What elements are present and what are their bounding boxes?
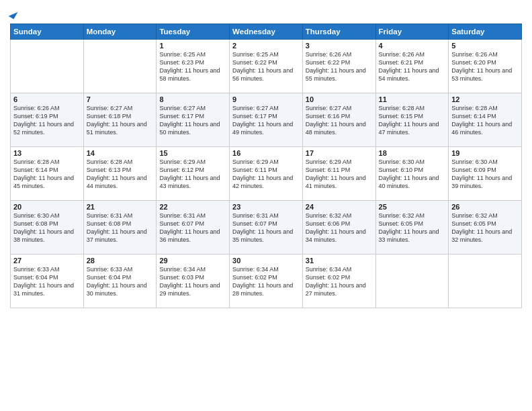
calendar-header-wednesday: Wednesday (230, 24, 303, 40)
calendar-cell: 7Sunrise: 6:27 AM Sunset: 6:18 PM Daylig… (83, 93, 157, 147)
header: General Blue (10, 7, 522, 18)
calendar-cell: 24Sunrise: 6:32 AM Sunset: 6:06 PM Dayli… (302, 201, 375, 255)
calendar-cell: 30Sunrise: 6:34 AM Sunset: 6:02 PM Dayli… (230, 255, 303, 308)
day-number: 5 (451, 42, 519, 50)
calendar-header-friday: Friday (375, 24, 449, 40)
page: General Blue SundayMondayTuesdayWednesda… (0, 0, 532, 411)
day-info: Sunrise: 6:33 AM Sunset: 6:04 PM Dayligh… (13, 265, 81, 298)
calendar-week-row: 1Sunrise: 6:25 AM Sunset: 6:23 PM Daylig… (11, 40, 522, 93)
day-info: Sunrise: 6:25 AM Sunset: 6:23 PM Dayligh… (159, 50, 226, 83)
day-number: 4 (379, 42, 446, 50)
day-number: 2 (232, 42, 300, 50)
calendar-cell: 29Sunrise: 6:34 AM Sunset: 6:03 PM Dayli… (157, 255, 230, 308)
day-number: 23 (232, 203, 300, 211)
calendar-cell: 4Sunrise: 6:26 AM Sunset: 6:21 PM Daylig… (375, 40, 449, 93)
day-number: 12 (451, 95, 519, 103)
day-info: Sunrise: 6:34 AM Sunset: 6:02 PM Dayligh… (306, 265, 373, 298)
day-number: 18 (379, 149, 446, 157)
day-number: 13 (13, 149, 81, 157)
day-number: 14 (87, 149, 154, 157)
day-number: 3 (306, 42, 373, 50)
calendar-cell: 22Sunrise: 6:31 AM Sunset: 6:07 PM Dayli… (157, 201, 230, 255)
calendar-cell: 20Sunrise: 6:30 AM Sunset: 6:08 PM Dayli… (11, 201, 84, 255)
day-number: 21 (87, 203, 154, 211)
day-info: Sunrise: 6:29 AM Sunset: 6:11 PM Dayligh… (232, 158, 300, 191)
day-info: Sunrise: 6:34 AM Sunset: 6:02 PM Dayligh… (232, 265, 300, 298)
day-info: Sunrise: 6:28 AM Sunset: 6:14 PM Dayligh… (451, 104, 519, 137)
calendar-cell: 10Sunrise: 6:27 AM Sunset: 6:16 PM Dayli… (302, 93, 375, 147)
day-info: Sunrise: 6:31 AM Sunset: 6:08 PM Dayligh… (87, 212, 154, 244)
day-info: Sunrise: 6:27 AM Sunset: 6:16 PM Dayligh… (306, 104, 373, 137)
calendar-cell: 25Sunrise: 6:32 AM Sunset: 6:05 PM Dayli… (375, 201, 449, 255)
day-info: Sunrise: 6:27 AM Sunset: 6:17 PM Dayligh… (159, 104, 226, 137)
day-number: 1 (159, 42, 226, 50)
day-info: Sunrise: 6:32 AM Sunset: 6:06 PM Dayligh… (306, 212, 373, 244)
day-number: 8 (159, 95, 226, 103)
day-info: Sunrise: 6:28 AM Sunset: 6:13 PM Dayligh… (87, 158, 154, 191)
day-info: Sunrise: 6:26 AM Sunset: 6:21 PM Dayligh… (379, 50, 446, 83)
calendar-cell: 31Sunrise: 6:34 AM Sunset: 6:02 PM Dayli… (302, 255, 375, 308)
day-info: Sunrise: 6:30 AM Sunset: 6:10 PM Dayligh… (379, 158, 446, 191)
day-number: 20 (13, 203, 81, 211)
day-number: 29 (159, 257, 226, 265)
day-number: 17 (306, 149, 373, 157)
day-number: 22 (159, 203, 226, 211)
day-number: 24 (306, 203, 373, 211)
day-info: Sunrise: 6:28 AM Sunset: 6:15 PM Dayligh… (379, 104, 446, 137)
day-info: Sunrise: 6:34 AM Sunset: 6:03 PM Dayligh… (159, 265, 226, 298)
calendar-cell: 21Sunrise: 6:31 AM Sunset: 6:08 PM Dayli… (83, 201, 157, 255)
calendar-cell (375, 255, 449, 308)
day-number: 11 (379, 95, 446, 103)
day-info: Sunrise: 6:32 AM Sunset: 6:05 PM Dayligh… (451, 212, 519, 244)
day-info: Sunrise: 6:33 AM Sunset: 6:04 PM Dayligh… (87, 265, 154, 298)
day-number: 9 (232, 95, 300, 103)
day-info: Sunrise: 6:25 AM Sunset: 6:22 PM Dayligh… (232, 50, 300, 83)
day-number: 27 (13, 257, 81, 265)
day-info: Sunrise: 6:29 AM Sunset: 6:11 PM Dayligh… (306, 158, 373, 191)
day-info: Sunrise: 6:31 AM Sunset: 6:07 PM Dayligh… (232, 212, 300, 244)
calendar-cell: 12Sunrise: 6:28 AM Sunset: 6:14 PM Dayli… (449, 93, 522, 147)
calendar-cell: 6Sunrise: 6:26 AM Sunset: 6:19 PM Daylig… (11, 93, 84, 147)
calendar-header-monday: Monday (83, 24, 157, 40)
calendar-cell: 27Sunrise: 6:33 AM Sunset: 6:04 PM Dayli… (11, 255, 84, 308)
day-info: Sunrise: 6:32 AM Sunset: 6:05 PM Dayligh… (379, 212, 446, 244)
day-number: 6 (13, 95, 81, 103)
day-info: Sunrise: 6:27 AM Sunset: 6:17 PM Dayligh… (232, 104, 300, 137)
calendar-header-row: SundayMondayTuesdayWednesdayThursdayFrid… (11, 24, 522, 40)
calendar-cell: 16Sunrise: 6:29 AM Sunset: 6:11 PM Dayli… (230, 147, 303, 201)
calendar-cell: 8Sunrise: 6:27 AM Sunset: 6:17 PM Daylig… (157, 93, 230, 147)
calendar-cell: 28Sunrise: 6:33 AM Sunset: 6:04 PM Dayli… (83, 255, 157, 308)
day-number: 26 (451, 203, 519, 211)
calendar-header-sunday: Sunday (11, 24, 84, 40)
day-number: 31 (306, 257, 373, 265)
day-number: 30 (232, 257, 300, 265)
calendar-table: SundayMondayTuesdayWednesdayThursdayFrid… (10, 24, 522, 308)
day-number: 16 (232, 149, 300, 157)
day-info: Sunrise: 6:31 AM Sunset: 6:07 PM Dayligh… (159, 212, 226, 244)
calendar-cell: 1Sunrise: 6:25 AM Sunset: 6:23 PM Daylig… (157, 40, 230, 93)
day-number: 10 (306, 95, 373, 103)
day-number: 15 (159, 149, 226, 157)
logo: General Blue (10, 7, 22, 18)
calendar-cell: 13Sunrise: 6:28 AM Sunset: 6:14 PM Dayli… (11, 147, 84, 201)
calendar-cell: 18Sunrise: 6:30 AM Sunset: 6:10 PM Dayli… (375, 147, 449, 201)
calendar-cell: 15Sunrise: 6:29 AM Sunset: 6:12 PM Dayli… (157, 147, 230, 201)
calendar-cell (11, 40, 84, 93)
day-number: 28 (87, 257, 154, 265)
calendar-week-row: 27Sunrise: 6:33 AM Sunset: 6:04 PM Dayli… (11, 255, 522, 308)
day-number: 25 (379, 203, 446, 211)
day-info: Sunrise: 6:26 AM Sunset: 6:19 PM Dayligh… (13, 104, 81, 137)
calendar-cell: 9Sunrise: 6:27 AM Sunset: 6:17 PM Daylig… (230, 93, 303, 147)
calendar-cell (83, 40, 157, 93)
calendar-cell: 5Sunrise: 6:26 AM Sunset: 6:20 PM Daylig… (449, 40, 522, 93)
day-info: Sunrise: 6:30 AM Sunset: 6:09 PM Dayligh… (451, 158, 519, 191)
day-info: Sunrise: 6:26 AM Sunset: 6:20 PM Dayligh… (451, 50, 519, 83)
calendar-week-row: 20Sunrise: 6:30 AM Sunset: 6:08 PM Dayli… (11, 201, 522, 255)
day-info: Sunrise: 6:28 AM Sunset: 6:14 PM Dayligh… (13, 158, 81, 191)
day-number: 19 (451, 149, 519, 157)
calendar-cell: 17Sunrise: 6:29 AM Sunset: 6:11 PM Dayli… (302, 147, 375, 201)
calendar-cell (449, 255, 522, 308)
calendar-cell: 2Sunrise: 6:25 AM Sunset: 6:22 PM Daylig… (230, 40, 303, 93)
day-number: 7 (87, 95, 154, 103)
calendar-cell: 19Sunrise: 6:30 AM Sunset: 6:09 PM Dayli… (449, 147, 522, 201)
